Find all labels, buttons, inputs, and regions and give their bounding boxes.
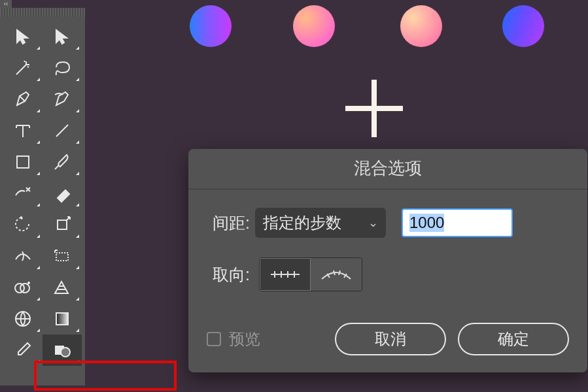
preview-label: 预览 bbox=[229, 329, 260, 350]
gradient-circle-4[interactable] bbox=[502, 5, 544, 47]
highlight-annotation bbox=[34, 361, 177, 391]
blend-options-dialog: 混合选项 间距: 指定的步数 ⌄ 取向: 预览 取消 确 bbox=[188, 149, 587, 372]
shaper-tool[interactable] bbox=[3, 178, 43, 209]
chevron-down-icon: ⌄ bbox=[368, 216, 378, 230]
cancel-button[interactable]: 取消 bbox=[335, 323, 446, 355]
svg-point-8 bbox=[61, 348, 70, 357]
scale-tool[interactable] bbox=[43, 209, 82, 240]
panel-grip[interactable] bbox=[0, 8, 85, 17]
gradient-circle-1[interactable] bbox=[190, 5, 232, 47]
rotate-tool[interactable] bbox=[3, 209, 43, 240]
spacing-label: 间距: bbox=[208, 212, 255, 234]
tool-panel bbox=[0, 8, 85, 385]
orientation-align-path[interactable] bbox=[311, 258, 362, 291]
mesh-tool[interactable] bbox=[3, 303, 43, 335]
magic-wand-tool[interactable] bbox=[3, 52, 43, 84]
panel-collapse[interactable]: ‹‹ bbox=[0, 0, 12, 8]
preview-checkbox[interactable] bbox=[207, 332, 221, 346]
selection-tool[interactable] bbox=[3, 21, 43, 52]
lasso-tool[interactable] bbox=[43, 52, 82, 84]
width-tool[interactable] bbox=[3, 240, 43, 272]
orientation-label: 取向: bbox=[208, 264, 255, 286]
spacing-mode-value: 指定的步数 bbox=[263, 212, 341, 233]
direct-selection-tool[interactable] bbox=[43, 21, 82, 52]
rectangle-tool[interactable] bbox=[3, 146, 43, 178]
type-tool[interactable] bbox=[3, 115, 43, 146]
crosshair-cursor-icon bbox=[345, 80, 403, 137]
svg-rect-1 bbox=[58, 220, 67, 229]
spacing-value-input[interactable] bbox=[402, 208, 513, 237]
svg-rect-0 bbox=[17, 156, 29, 168]
eraser-tool[interactable] bbox=[43, 178, 82, 209]
orientation-align-page[interactable] bbox=[260, 258, 311, 291]
shape-builder-tool[interactable] bbox=[3, 272, 43, 303]
gradient-circle-2[interactable] bbox=[293, 5, 335, 47]
gradient-tool[interactable] bbox=[43, 303, 82, 335]
dialog-title: 混合选项 bbox=[188, 149, 587, 189]
svg-rect-6 bbox=[56, 313, 68, 325]
line-tool[interactable] bbox=[43, 115, 82, 146]
ok-button[interactable]: 确定 bbox=[458, 323, 569, 355]
pen-tool[interactable] bbox=[3, 84, 43, 115]
free-transform-tool[interactable] bbox=[43, 240, 82, 272]
spacing-mode-select[interactable]: 指定的步数 ⌄ bbox=[255, 208, 386, 238]
svg-rect-2 bbox=[56, 253, 68, 261]
paintbrush-tool[interactable] bbox=[43, 146, 82, 178]
perspective-grid-tool[interactable] bbox=[43, 272, 82, 303]
curvature-tool[interactable] bbox=[43, 84, 82, 115]
gradient-circle-3[interactable] bbox=[400, 5, 442, 47]
